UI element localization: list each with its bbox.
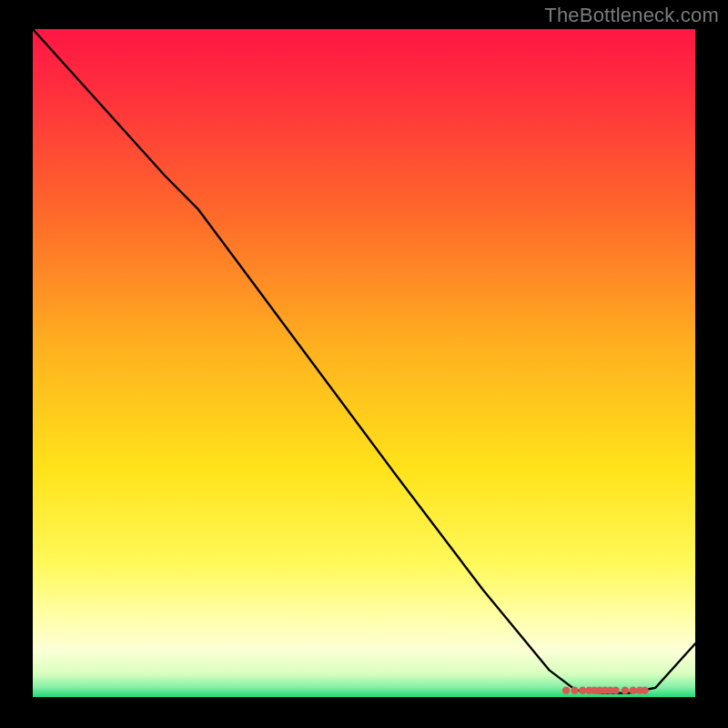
gradient-background	[33, 29, 695, 697]
chart-svg	[33, 29, 695, 697]
marker-dot	[571, 686, 578, 693]
marker-dot	[562, 686, 570, 693]
marker-dot	[612, 686, 619, 693]
marker-dot	[641, 686, 648, 693]
chart-frame: TheBottleneck.com	[0, 0, 728, 728]
marker-dot	[579, 686, 586, 693]
attribution-label: TheBottleneck.com	[544, 4, 719, 27]
plot-area	[33, 29, 695, 697]
marker-dot	[622, 686, 629, 693]
marker-dot	[629, 686, 636, 693]
